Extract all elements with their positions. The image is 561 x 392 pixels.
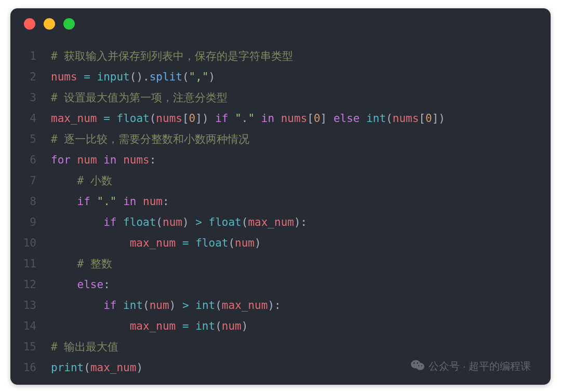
- code-line[interactable]: 3# 设置最大值为第一项，注意分类型: [10, 87, 551, 108]
- code-line[interactable]: 8 if "." in num:: [10, 191, 551, 212]
- line-number: 3: [10, 87, 51, 108]
- line-number: 9: [10, 212, 51, 233]
- code-content[interactable]: # 逐一比较，需要分整数和小数两种情况: [51, 129, 551, 150]
- code-content[interactable]: max_num = int(num): [51, 316, 551, 336]
- code-content[interactable]: # 小数: [51, 170, 551, 191]
- code-line[interactable]: 11 # 整数: [10, 253, 551, 274]
- code-content[interactable]: # 整数: [51, 253, 551, 274]
- line-number: 2: [10, 66, 51, 87]
- code-line[interactable]: 6for num in nums:: [10, 150, 551, 170]
- code-content[interactable]: if "." in num:: [51, 191, 551, 212]
- line-number: 12: [10, 274, 51, 295]
- code-line[interactable]: 10 max_num = float(num): [10, 233, 551, 253]
- line-number: 16: [10, 357, 51, 378]
- line-number: 13: [10, 295, 51, 316]
- code-content[interactable]: max_num = float(nums[0]) if "." in nums[…: [51, 108, 551, 129]
- editor-window: 1# 获取输入并保存到列表中，保存的是字符串类型2nums = input().…: [10, 8, 551, 385]
- window-titlebar: [10, 8, 551, 39]
- code-content[interactable]: if float(num) > float(max_num):: [51, 212, 551, 233]
- code-line[interactable]: 9 if float(num) > float(max_num):: [10, 212, 551, 233]
- line-number: 15: [10, 336, 51, 357]
- code-line[interactable]: 12 else:: [10, 274, 551, 295]
- code-area[interactable]: 1# 获取输入并保存到列表中，保存的是字符串类型2nums = input().…: [10, 39, 551, 378]
- code-line[interactable]: 4max_num = float(nums[0]) if "." in nums…: [10, 108, 551, 129]
- line-number: 1: [10, 46, 51, 66]
- line-number: 11: [10, 253, 51, 274]
- code-content[interactable]: if int(num) > int(max_num):: [51, 295, 551, 316]
- close-icon[interactable]: [24, 18, 35, 30]
- line-number: 7: [10, 170, 51, 191]
- code-content[interactable]: for num in nums:: [51, 150, 551, 170]
- line-number: 6: [10, 150, 51, 170]
- line-number: 4: [10, 108, 51, 129]
- line-number: 14: [10, 316, 51, 336]
- code-line[interactable]: 5# 逐一比较，需要分整数和小数两种情况: [10, 129, 551, 150]
- code-line[interactable]: 13 if int(num) > int(max_num):: [10, 295, 551, 316]
- code-line[interactable]: 15# 输出最大值: [10, 336, 551, 357]
- code-content[interactable]: # 获取输入并保存到列表中，保存的是字符串类型: [51, 46, 551, 66]
- minimize-icon[interactable]: [44, 18, 55, 30]
- zoom-icon[interactable]: [63, 18, 75, 30]
- code-line[interactable]: 7 # 小数: [10, 170, 551, 191]
- code-content[interactable]: # 设置最大值为第一项，注意分类型: [51, 87, 551, 108]
- code-content[interactable]: max_num = float(num): [51, 233, 551, 253]
- code-content[interactable]: nums = input().split(","): [51, 66, 551, 87]
- code-content[interactable]: # 输出最大值: [51, 336, 551, 357]
- line-number: 5: [10, 129, 51, 150]
- line-number: 10: [10, 233, 51, 253]
- code-content[interactable]: else:: [51, 274, 551, 295]
- code-content[interactable]: print(max_num): [51, 357, 551, 378]
- code-line[interactable]: 2nums = input().split(","): [10, 66, 551, 87]
- code-line[interactable]: 16print(max_num): [10, 357, 551, 378]
- code-line[interactable]: 1# 获取输入并保存到列表中，保存的是字符串类型: [10, 46, 551, 66]
- line-number: 8: [10, 191, 51, 212]
- code-line[interactable]: 14 max_num = int(num): [10, 316, 551, 336]
